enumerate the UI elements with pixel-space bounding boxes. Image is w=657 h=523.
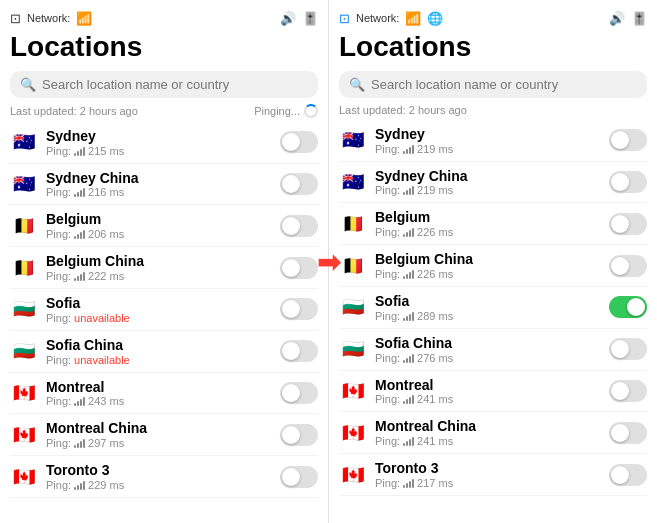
location-toggle[interactable] <box>280 257 318 279</box>
location-toggle[interactable] <box>280 466 318 488</box>
left-location-list: 🇦🇺 Sydney Ping: 215 ms 🇦🇺 Sydney China P… <box>10 122 318 498</box>
signal-bars <box>74 396 85 406</box>
location-ping: Ping: 217 ms <box>375 477 601 489</box>
location-toggle[interactable] <box>280 173 318 195</box>
location-item: 🇨🇦 Montreal China Ping: 297 ms <box>10 414 318 456</box>
location-toggle[interactable] <box>609 380 647 402</box>
location-ping: Ping: 222 ms <box>46 270 272 282</box>
location-ping: Ping: 276 ms <box>375 352 601 364</box>
location-info: Sofia Ping: unavailable <box>46 295 272 324</box>
flag-icon: 🇨🇦 <box>10 463 38 491</box>
ping-value: 276 ms <box>417 352 453 364</box>
location-ping: Ping: 206 ms <box>46 228 272 240</box>
ping-label: Ping: <box>375 435 400 447</box>
location-toggle[interactable] <box>609 129 647 151</box>
right-search-input[interactable] <box>371 77 637 92</box>
signal-bars <box>403 478 414 488</box>
location-toggle[interactable] <box>280 340 318 362</box>
location-name: Sofia China <box>46 337 272 354</box>
location-info: Sofia China Ping: unavailable <box>46 337 272 366</box>
flag-icon: 🇦🇺 <box>339 168 367 196</box>
location-ping: Ping: 297 ms <box>46 437 272 449</box>
ping-label: Ping: <box>375 310 400 322</box>
left-last-updated: Last updated: 2 hours ago <box>10 105 138 117</box>
right-panel: ⊡ Network: 📶 🌐 🔊 🎚️ Locations 🔍 Last upd… <box>328 0 657 523</box>
right-meta-row: Last updated: 2 hours ago <box>339 104 647 116</box>
ping-label: Ping: <box>46 437 71 449</box>
right-network-label: Network: <box>356 12 399 24</box>
left-status-bar: ⊡ Network: 📶 🔊 🎚️ <box>10 8 318 28</box>
location-info: Toronto 3 Ping: 229 ms <box>46 462 272 491</box>
location-item: 🇧🇬 Sofia China Ping: unavailable <box>10 331 318 373</box>
ping-label: Ping: <box>46 228 71 240</box>
flag-icon: 🇦🇺 <box>10 128 38 156</box>
left-search-bar[interactable]: 🔍 <box>10 71 318 98</box>
flag-icon: 🇨🇦 <box>339 419 367 447</box>
location-info: Sydney Ping: 219 ms <box>375 126 601 155</box>
ping-label: Ping: <box>375 143 400 155</box>
ping-value: 297 ms <box>88 437 124 449</box>
location-toggle[interactable] <box>609 464 647 486</box>
flag-icon: 🇧🇬 <box>10 337 38 365</box>
location-name: Sydney <box>46 128 272 145</box>
location-item: 🇦🇺 Sydney Ping: 215 ms <box>10 122 318 164</box>
flag-icon: 🇧🇬 <box>10 295 38 323</box>
location-toggle[interactable] <box>280 424 318 446</box>
location-ping: Ping: 226 ms <box>375 226 601 238</box>
location-name: Sofia China <box>375 335 601 352</box>
location-name: Montreal <box>375 377 601 394</box>
ping-value: 216 ms <box>88 186 124 198</box>
right-search-bar[interactable]: 🔍 <box>339 71 647 98</box>
right-search-icon: 🔍 <box>349 77 365 92</box>
ping-value: 222 ms <box>88 270 124 282</box>
location-ping: Ping: unavailable <box>46 312 272 324</box>
location-item: 🇦🇺 Sydney Ping: 219 ms <box>339 120 647 162</box>
right-globe-icon: 🌐 <box>427 11 443 26</box>
location-name: Montreal <box>46 379 272 396</box>
location-name: Sofia <box>375 293 601 310</box>
location-ping: Ping: 243 ms <box>46 395 272 407</box>
location-toggle[interactable] <box>280 215 318 237</box>
flag-icon: 🇧🇬 <box>339 293 367 321</box>
location-toggle[interactable] <box>609 296 647 318</box>
location-ping: Ping: 229 ms <box>46 479 272 491</box>
location-name: Belgium China <box>375 251 601 268</box>
left-search-input[interactable] <box>42 77 308 92</box>
location-info: Belgium Ping: 226 ms <box>375 209 601 238</box>
right-location-list: 🇦🇺 Sydney Ping: 219 ms 🇦🇺 Sydney China P… <box>339 120 647 496</box>
location-name: Belgium China <box>46 253 272 270</box>
location-toggle[interactable] <box>609 422 647 444</box>
location-toggle[interactable] <box>609 255 647 277</box>
ping-label: Ping: <box>375 352 400 364</box>
location-ping: Ping: 226 ms <box>375 268 601 280</box>
right-page-title: Locations <box>339 32 647 63</box>
ping-value: 243 ms <box>88 395 124 407</box>
location-name: Sydney <box>375 126 601 143</box>
location-toggle[interactable] <box>280 382 318 404</box>
flag-icon: 🇨🇦 <box>10 379 38 407</box>
right-volume-icon: 🔊 <box>609 11 625 26</box>
location-ping: Ping: 289 ms <box>375 310 601 322</box>
location-info: Montreal China Ping: 297 ms <box>46 420 272 449</box>
location-toggle[interactable] <box>609 171 647 193</box>
location-toggle[interactable] <box>280 298 318 320</box>
location-toggle[interactable] <box>609 338 647 360</box>
flag-icon: 🇧🇪 <box>339 252 367 280</box>
location-info: Sofia Ping: 289 ms <box>375 293 601 322</box>
right-scan-icon: ⊡ <box>339 11 350 26</box>
ping-value: 229 ms <box>88 479 124 491</box>
right-status-bar: ⊡ Network: 📶 🌐 🔊 🎚️ <box>339 8 647 28</box>
location-item: 🇧🇪 Belgium China Ping: 222 ms <box>10 247 318 289</box>
ping-label: Ping: <box>375 477 400 489</box>
signal-bars <box>403 227 414 237</box>
location-toggle[interactable] <box>280 131 318 153</box>
signal-bars <box>403 394 414 404</box>
location-toggle[interactable] <box>609 213 647 235</box>
location-info: Sydney China Ping: 219 ms <box>375 168 601 197</box>
location-name: Sofia <box>46 295 272 312</box>
location-name: Toronto 3 <box>46 462 272 479</box>
left-panel: ⊡ Network: 📶 🔊 🎚️ Locations 🔍 Last updat… <box>0 0 328 523</box>
ping-label: Ping: <box>375 268 400 280</box>
ping-value: unavailable <box>74 354 130 366</box>
location-name: Belgium <box>46 211 272 228</box>
